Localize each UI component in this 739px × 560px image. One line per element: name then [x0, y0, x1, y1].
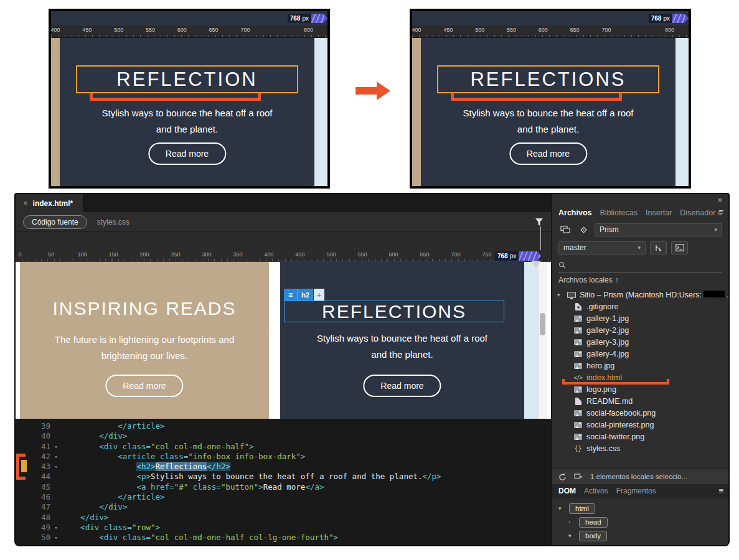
- code-text[interactable]: </div>: [62, 431, 127, 441]
- element-tag-badge[interactable]: h2: [298, 289, 313, 301]
- fold-arrow-icon[interactable]: ▾: [50, 462, 62, 472]
- ruler-tick: 550: [507, 27, 516, 33]
- code-line[interactable]: 39 </article>: [16, 421, 551, 431]
- tab-insertar[interactable]: Insertar: [646, 208, 672, 217]
- sort-up-icon[interactable]: ↑: [615, 276, 619, 284]
- tab-dise-ador-c[interactable]: Diseñador c: [680, 208, 722, 217]
- refresh-icon[interactable]: [558, 473, 567, 481]
- file-row[interactable]: gallery-3.jpg: [552, 336, 728, 348]
- ruler-tick: 350: [233, 251, 242, 258]
- code-line[interactable]: 46 </article>: [16, 492, 551, 502]
- branch-dropdown[interactable]: master ▾: [558, 241, 646, 254]
- tab-activos[interactable]: Activos: [584, 487, 608, 495]
- collapse-panels-icon[interactable]: »: [718, 195, 722, 204]
- site-dropdown[interactable]: Prism ▾: [595, 223, 722, 236]
- selected-h2-outline[interactable]: REFLECTIONS: [284, 301, 504, 322]
- code-line[interactable]: 44 <p>Stylish ways to bounce the heat of…: [16, 472, 551, 482]
- code-text[interactable]: <p>Stylish ways to bounce the heat off a…: [62, 472, 441, 482]
- code-text[interactable]: </div>: [62, 502, 127, 512]
- file-row[interactable]: README.md: [552, 395, 728, 407]
- file-row[interactable]: social-pinterest.png: [552, 419, 728, 431]
- file-row[interactable]: logo.png: [552, 383, 728, 395]
- tab-index-html[interactable]: × index.html*: [16, 194, 83, 212]
- code-line[interactable]: 41▾ <div class="col col-md-one-half">: [16, 442, 551, 452]
- code-line[interactable]: 48 </div>: [16, 513, 551, 523]
- git-terminal-button[interactable]: [671, 241, 688, 254]
- file-row[interactable]: hero.jpg: [552, 360, 728, 371]
- ruler-tick: 650: [420, 251, 429, 258]
- code-text[interactable]: </article>: [62, 421, 165, 431]
- live-view-scrollbar[interactable]: [538, 262, 547, 419]
- expander-icon[interactable]: ▾: [557, 292, 563, 298]
- code-view[interactable]: 39 </article>40 </div>41▾ <div class="co…: [16, 419, 551, 545]
- code-line[interactable]: 40 </div>: [16, 431, 551, 441]
- read-more-button[interactable]: Read more: [363, 375, 441, 397]
- file-row[interactable]: </>index.html: [552, 371, 728, 383]
- dom-tag-pill[interactable]: html: [569, 503, 595, 514]
- file-row[interactable]: gallery-2.jpg: [552, 324, 728, 336]
- code-text[interactable]: </div>: [62, 513, 108, 523]
- workspace-switch-icon[interactable]: [558, 223, 572, 236]
- code-line[interactable]: 47 </div>: [16, 502, 551, 512]
- code-line[interactable]: 43▾ <h2>Reflections</h2>: [16, 462, 551, 472]
- file-row[interactable]: {}styles.css: [552, 442, 728, 454]
- file-row[interactable]: gallery-1.jpg: [552, 312, 728, 324]
- server-connect-icon[interactable]: [574, 473, 583, 480]
- viewport-size-marker[interactable]: [531, 261, 541, 268]
- tab-dom[interactable]: DOM: [558, 487, 576, 495]
- file-row[interactable]: social-twitter.png: [552, 431, 728, 442]
- code-text[interactable]: <div class="col col-md-one-half col-lg-o…: [62, 533, 338, 543]
- panel-menu-icon[interactable]: ≡: [718, 486, 723, 495]
- code-text[interactable]: <article class="info-box info-box-dark">: [62, 452, 305, 462]
- ruler-tick: 650: [570, 27, 580, 33]
- related-file-styles-css[interactable]: styles.css: [97, 218, 129, 226]
- expander-icon[interactable]: ▾: [568, 533, 575, 539]
- site-root-row[interactable]: ▾ Sitio – Prism (Macintosh HD:Users:...: [552, 289, 728, 301]
- code-text[interactable]: <h2>Reflections</h2>: [62, 462, 230, 472]
- hero-body-line2: and the planet.: [156, 124, 218, 134]
- dom-node-html[interactable]: ▾html: [558, 502, 722, 515]
- tab-fragmentos[interactable]: Fragmentos: [616, 487, 656, 495]
- card-heading[interactable]: INSPIRING READS: [20, 298, 269, 319]
- expander-icon[interactable]: ▾: [558, 505, 565, 511]
- media-query-badge: 768px: [288, 14, 327, 23]
- tab-bibliotecas[interactable]: Bibliotecas: [600, 208, 638, 217]
- media-query-badge[interactable]: 768px: [495, 251, 541, 261]
- fold-arrow-icon[interactable]: ▾: [50, 452, 62, 462]
- code-line[interactable]: 49▾ <div class="row">: [16, 523, 551, 533]
- file-row[interactable]: .gitignore: [552, 301, 728, 312]
- add-element-button[interactable]: +: [314, 289, 324, 301]
- code-text[interactable]: </article>: [62, 492, 165, 502]
- files-search-input[interactable]: [570, 261, 722, 269]
- ruler-tick: 550: [357, 251, 367, 258]
- fold-arrow-icon[interactable]: ▾: [50, 533, 62, 543]
- close-icon[interactable]: ×: [23, 198, 28, 208]
- card-body[interactable]: The future is in lightening our footprin…: [20, 332, 269, 365]
- merge-branch-button[interactable]: [650, 241, 667, 254]
- tab-archivos[interactable]: Archivos: [558, 208, 592, 217]
- dom-tag-pill[interactable]: head: [579, 517, 608, 528]
- panel-menu-icon[interactable]: ≡: [718, 207, 723, 217]
- file-row[interactable]: gallery-4.jpg: [552, 348, 728, 360]
- code-text[interactable]: <div class="col col-md-one-half">: [62, 442, 254, 452]
- fold-arrow-icon[interactable]: ▾: [50, 442, 62, 452]
- scrollbar-thumb[interactable]: [540, 313, 545, 335]
- card-body[interactable]: Stylish ways to bounce the heat off a ro…: [280, 330, 524, 363]
- file-row[interactable]: social-facebook.png: [552, 407, 728, 419]
- filter-funnel-icon[interactable]: [535, 218, 544, 226]
- dom-tag-pill[interactable]: body: [579, 531, 607, 541]
- code-text[interactable]: <div class="row">: [62, 523, 160, 533]
- read-more-button[interactable]: Read more: [105, 375, 183, 397]
- code-line[interactable]: 42▾ <article class="info-box info-box-da…: [16, 452, 551, 462]
- element-menu-icon[interactable]: ≡: [284, 289, 298, 301]
- expander-icon[interactable]: ›: [568, 519, 575, 525]
- code-line[interactable]: 45 <a href="#" class="button">Read more<…: [16, 482, 551, 492]
- ruler-tick: 450: [443, 27, 453, 33]
- git-icon[interactable]: [577, 223, 590, 236]
- code-line[interactable]: 50▾ <div class="col col-md-one-half col-…: [16, 533, 551, 543]
- code-text[interactable]: <a href="#" class="button">Read more</a>: [62, 482, 324, 492]
- source-code-button[interactable]: Código fuente: [23, 215, 87, 229]
- fold-arrow-icon[interactable]: ▾: [50, 523, 62, 533]
- dom-node-head[interactable]: ›head: [558, 515, 722, 529]
- dom-node-body[interactable]: ▾body: [558, 529, 722, 543]
